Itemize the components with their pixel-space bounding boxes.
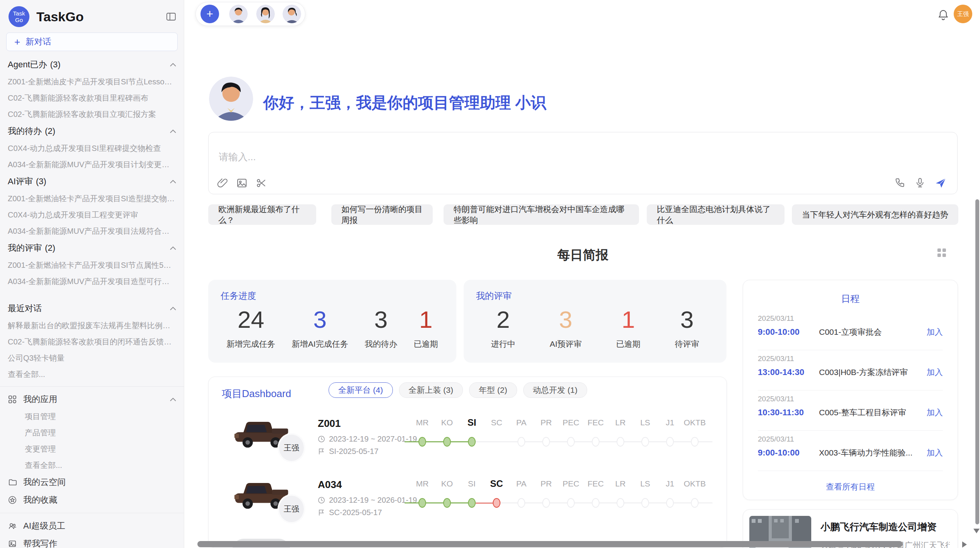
section-my-review[interactable]: 我的评审 (2) (0, 239, 184, 257)
schedule-name: C003|H0B-方案冻结评审 (819, 367, 922, 378)
chevron-up-icon[interactable] (170, 307, 176, 310)
horizontal-scrollbar-thumb[interactable] (197, 541, 903, 547)
notification-bell-icon[interactable] (938, 9, 949, 21)
chat-input[interactable] (218, 151, 800, 163)
section-ai-review[interactable]: AI评审 (3) (0, 173, 184, 190)
avatar[interactable] (229, 5, 248, 23)
avatar[interactable] (283, 5, 301, 23)
divider (758, 471, 943, 471)
project-milestone-date: SC-2025-05-17 (329, 508, 382, 517)
stat: 24 新增完成任务 (226, 308, 275, 349)
tab-powertrain[interactable]: 动总开发 (1) (523, 382, 588, 398)
sidebar-item-project-mgmt[interactable]: 项目管理 (0, 408, 184, 425)
scroll-down-arrow[interactable] (973, 529, 980, 533)
suggestion-chip[interactable]: 当下年轻人对汽车外观有怎样的喜好趋势 (792, 204, 958, 225)
scroll-right-arrow[interactable] (962, 541, 967, 548)
view-all-schedule-link[interactable]: 查看所有日程 (743, 481, 958, 492)
section-recent-chats[interactable]: 最近对话 (0, 300, 184, 317)
avatar[interactable] (256, 5, 275, 23)
list-item[interactable]: Z001-全新燃油轻卡产品开发项目SI节点属性5D文件评审 (0, 257, 184, 273)
list-item[interactable]: Z001-全新燃油轻卡产品开发项目SI造型提交物评审 (0, 190, 184, 207)
sidebar-item-product-mgmt[interactable]: 产品管理 (0, 425, 184, 441)
project-row[interactable]: 王强 Z001 2023-12-19 ~ 2027-01-19 SI-2025-… (209, 411, 726, 472)
list-item[interactable]: A034-全新新能源MUV产品开发项目法规符合性评审 (0, 223, 184, 239)
list-item[interactable]: C02-飞腾新能源轻客改款项目的闭环通告反馈情况 (0, 334, 184, 350)
chevron-up-icon[interactable] (170, 180, 176, 183)
sidebar-collapse-icon[interactable] (166, 12, 176, 22)
sidebar-item-help-me-write[interactable]: 帮我写作 (0, 535, 184, 548)
add-session-button[interactable]: + (200, 5, 219, 23)
list-item[interactable]: A034-全新新能源MUV产品开发项目计划变更表编写 (0, 156, 184, 173)
list-item[interactable]: 公司Q3轻卡销量 (0, 350, 184, 366)
send-icon[interactable] (935, 177, 946, 188)
section-my-todo[interactable]: 我的待办 (2) (0, 122, 184, 140)
app-window: Task Go TaskGo + 新对话 Agent已办 (3) Z001-全新… (0, 0, 980, 548)
chevron-up-icon[interactable] (170, 63, 176, 67)
scissors-icon[interactable] (256, 178, 267, 188)
sidebar-item-ai-super-staff[interactable]: AI超级员工 (0, 517, 184, 535)
milestone-label: LR (608, 418, 633, 427)
milestone-strip: MR KO SI SC PA PR PEC FEC LR LS J1 OKTB (410, 477, 707, 508)
microphone-icon[interactable] (915, 177, 925, 188)
chevron-up-icon[interactable] (170, 397, 176, 401)
chevron-up-icon[interactable] (170, 129, 176, 133)
sidebar-item-cloud-space[interactable]: 我的云空间 (0, 473, 184, 491)
suggestion-chip[interactable]: 如何写一份清晰的项目周报 (331, 204, 433, 225)
view-all-chats[interactable]: 查看全部... (0, 366, 184, 382)
sidebar: Task Go TaskGo + 新对话 Agent已办 (3) Z001-全新… (0, 0, 184, 548)
list-item[interactable]: Z001-全新燃油皮卡产品开发项目SI节点Lesson Learn报告 (0, 74, 184, 90)
milestone-dot (542, 498, 550, 508)
list-item[interactable]: C02-飞腾新能源轻客改款项目立项汇报方案 (0, 106, 184, 122)
tab-new-platform[interactable]: 全新平台 (4) (329, 382, 393, 398)
milestone-label: KO (435, 479, 459, 488)
list-item[interactable]: A034-全新新能源MUV产品开发项目造型可行性评审 (0, 273, 184, 289)
list-item[interactable]: C02-飞腾新能源轻客改款项目里程碑画布 (0, 90, 184, 106)
tab-new-body[interactable]: 全新上装 (3) (399, 382, 463, 398)
document-image-icon (8, 539, 17, 548)
milestone-dot (592, 498, 600, 508)
new-chat-button[interactable]: + 新对话 (6, 33, 178, 51)
sidebar-item-view-all-apps[interactable]: 查看全部... (0, 457, 184, 473)
list-item[interactable]: C0X4-动力总成开发项目SI里程碑提交物检查 (0, 140, 184, 156)
stat-label: 已逾期 (414, 339, 438, 349)
schedule-time: 9:00-10:00 (758, 448, 819, 458)
section-agent-done[interactable]: Agent已办 (3) (0, 56, 184, 74)
join-link[interactable]: 加入 (927, 327, 943, 337)
app-title: TaskGo (36, 9, 166, 24)
phone-icon[interactable] (894, 177, 905, 188)
image-icon[interactable] (236, 178, 247, 188)
dashboard-title: 项目Dashboard (222, 387, 291, 401)
join-link[interactable]: 加入 (927, 367, 943, 378)
layout-grid-icon[interactable] (936, 247, 947, 259)
card-title: 任务进度 (221, 290, 256, 302)
join-link[interactable]: 加入 (927, 407, 943, 418)
suggestion-chip[interactable]: 特朗普可能对进口汽车增税会对中国车企造成哪些影响 (444, 204, 639, 225)
sidebar-item-change-mgmt[interactable]: 变更管理 (0, 441, 184, 457)
clock-icon (318, 497, 325, 504)
milestone-dot (592, 437, 600, 447)
list-item[interactable]: C0X4-动力总成开发项目工程变更评审 (0, 207, 184, 223)
owner-badge: 王强 (278, 494, 305, 524)
suggestion-chip[interactable]: 比亚迪全固态电池计划具体说了什么 (647, 204, 785, 225)
milestone-dot (617, 437, 624, 447)
attachment-icon[interactable] (217, 178, 228, 188)
folder-icon (8, 478, 17, 486)
milestone-dot (468, 437, 476, 447)
list-item[interactable]: 解释最新出台的欧盟报废车法规再生塑料比例被调至15%... (0, 317, 184, 334)
tab-year-model[interactable]: 年型 (2) (469, 382, 517, 398)
stat-value: 2 (497, 308, 510, 332)
suggestion-chip[interactable]: 欧洲新规最近颁布了什么？ (208, 204, 316, 225)
vertical-scrollbar-thumb[interactable] (975, 199, 979, 524)
join-link[interactable]: 加入 (927, 447, 943, 458)
stat-value: 3 (313, 308, 326, 332)
chevron-up-icon[interactable] (170, 246, 176, 250)
project-date-range: 2023-12-19 ~ 2027-01-19 (329, 435, 417, 444)
stat-label: 我的待办 (365, 339, 397, 349)
user-avatar[interactable]: 王强 (954, 5, 972, 23)
project-row[interactable]: 王强 A034 2023-12-19 ~ 2026-01-19 SC-2025-… (209, 472, 726, 533)
project-date-range: 2023-12-19 ~ 2026-01-19 (329, 496, 417, 505)
sidebar-item-my-apps[interactable]: 我的应用 (0, 390, 184, 408)
sidebar-item-favorites[interactable]: 我的收藏 (0, 491, 184, 509)
stat-value: 3 (680, 308, 694, 332)
milestone-label: J1 (658, 479, 682, 488)
